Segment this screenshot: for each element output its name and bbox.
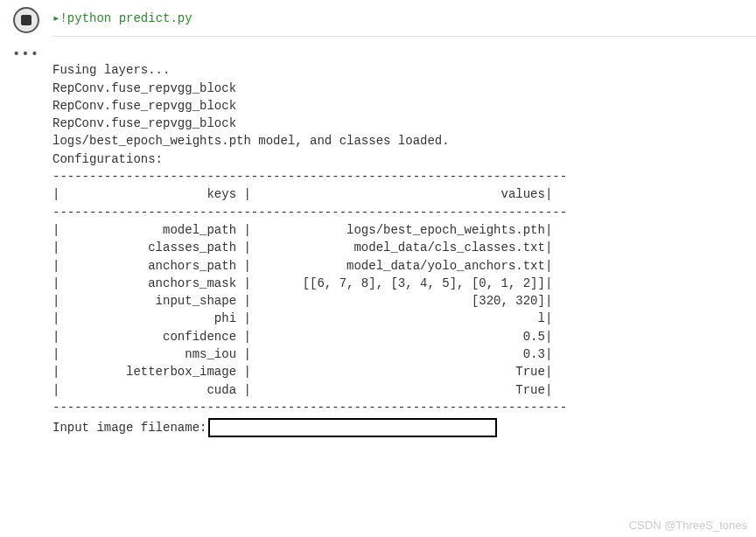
stop-execution-button[interactable] bbox=[13, 7, 39, 33]
table-divider: ----------------------------------------… bbox=[52, 401, 567, 415]
code-cell-row: ▸!python predict.py bbox=[0, 0, 756, 37]
output-gutter: ••• bbox=[0, 44, 52, 473]
table-row: | classes_path | model_data/cls_classes.… bbox=[52, 241, 552, 255]
table-row: | confidence | 0.5| bbox=[52, 330, 552, 344]
table-row: | phi | l| bbox=[52, 311, 552, 325]
input-prompt-label: Input image filename: bbox=[52, 419, 206, 436]
table-row: | model_path | logs/best_epoch_weights.p… bbox=[52, 223, 552, 237]
table-row: | nms_iou | 0.3| bbox=[52, 347, 552, 361]
table-row: | anchors_path | model_data/yolo_anchors… bbox=[52, 259, 552, 273]
output-line: RepConv.fuse_repvgg_block bbox=[52, 99, 236, 113]
code-cell[interactable]: ▸!python predict.py bbox=[52, 0, 756, 37]
table-divider: ----------------------------------------… bbox=[52, 206, 567, 220]
code-command: !python predict.py bbox=[60, 11, 192, 25]
table-row: | cuda | True| bbox=[52, 383, 552, 397]
table-row: | letterbox_image | True| bbox=[52, 365, 552, 379]
cell-gutter bbox=[0, 0, 52, 37]
input-prompt-row: Input image filename: bbox=[52, 418, 738, 437]
watermark: CSDN @ThreeS_tones bbox=[629, 519, 747, 532]
table-divider: ----------------------------------------… bbox=[52, 170, 567, 184]
output-ellipsis-icon[interactable]: ••• bbox=[12, 47, 39, 61]
output-content: Fusing layers... RepConv.fuse_repvgg_blo… bbox=[52, 44, 756, 473]
output-line: RepConv.fuse_repvgg_block bbox=[52, 81, 236, 95]
table-header-row: | keys | values| bbox=[52, 187, 552, 201]
output-line: Configurations: bbox=[52, 152, 163, 166]
stop-icon bbox=[21, 15, 32, 25]
output-line: RepConv.fuse_repvgg_block bbox=[52, 116, 236, 130]
output-line: logs/best_epoch_weights.pth model, and c… bbox=[52, 134, 450, 148]
output-section: ••• Fusing layers... RepConv.fuse_repvgg… bbox=[0, 44, 756, 473]
output-line: Fusing layers... bbox=[52, 63, 170, 77]
table-row: | anchors_mask | [[6, 7, 8], [3, 4, 5], … bbox=[52, 276, 552, 290]
table-row: | input_shape | [320, 320]| bbox=[52, 294, 552, 308]
filename-input[interactable] bbox=[208, 418, 497, 437]
